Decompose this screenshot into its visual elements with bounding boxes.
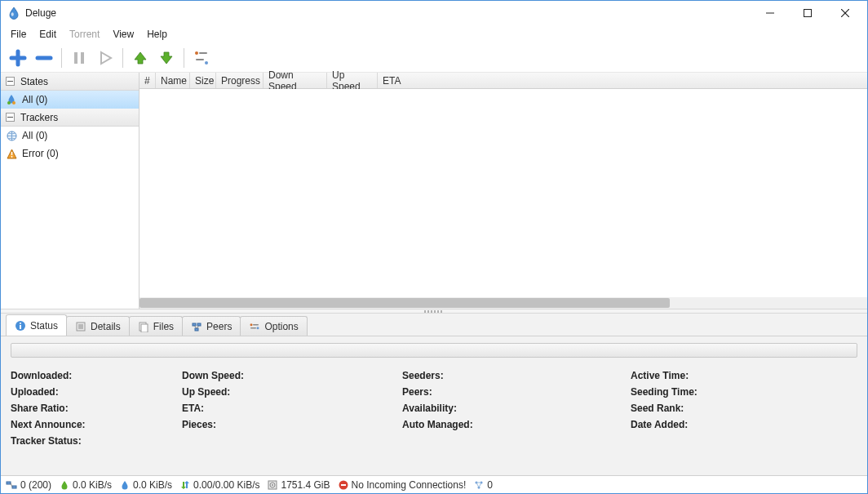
sidebar-item-error-trackers[interactable]: Error (0): [1, 145, 139, 162]
files-icon: [138, 321, 149, 332]
svg-point-18: [12, 101, 16, 105]
tab-details[interactable]: Details: [66, 316, 130, 336]
label-peers: Peers:: [402, 384, 631, 400]
peers-icon: [191, 321, 202, 332]
tab-label: Details: [91, 321, 121, 332]
sidebar-group-trackers[interactable]: Trackers: [1, 109, 139, 127]
globe-icon: [6, 130, 17, 141]
column-name[interactable]: Name: [156, 73, 190, 88]
svg-point-24: [11, 156, 12, 158]
preferences-button[interactable]: [189, 46, 214, 70]
status-dht[interactable]: 0: [474, 479, 493, 491]
column-progress[interactable]: Progress: [216, 73, 264, 88]
queue-down-button[interactable]: [154, 46, 179, 70]
column-headers: # Name Size Progress Down Speed Up Speed…: [140, 73, 867, 89]
label-next-announce: Next Announce:: [11, 416, 182, 433]
status-text: 0 (200): [20, 479, 51, 491]
main-area: States All (0) Trackers All (0) Error (0…: [1, 73, 867, 309]
label-auto-managed: Auto Managed:: [402, 416, 631, 433]
menu-file[interactable]: File: [6, 27, 31, 42]
label-availability: Availability:: [402, 400, 631, 416]
svg-rect-12: [199, 52, 207, 54]
add-torrent-button[interactable]: [6, 46, 30, 70]
details-icon: [75, 321, 86, 332]
label-date-added: Date Added:: [631, 416, 857, 433]
label-down-speed: Down Speed:: [182, 367, 402, 384]
status-health-warning[interactable]: No Incoming Connections!: [339, 479, 467, 491]
traffic-icon: [180, 480, 190, 490]
svg-point-17: [7, 101, 11, 105]
label-pieces: Pieces:: [182, 416, 402, 433]
column-size[interactable]: Size: [190, 73, 216, 88]
remove-torrent-button[interactable]: [32, 46, 56, 70]
status-protocol-traffic[interactable]: 0.00/0.00 KiB/s: [180, 479, 259, 491]
status-text: 0.0 KiB/s: [73, 479, 112, 491]
svg-point-41: [250, 323, 253, 326]
svg-line-45: [11, 483, 12, 487]
menu-torrent[interactable]: Torrent: [64, 27, 104, 42]
sidebar: States All (0) Trackers All (0) Error (0…: [1, 73, 140, 309]
label-tracker-status: Tracker Status:: [11, 433, 182, 449]
sidebar-item-all-trackers[interactable]: All (0): [1, 127, 139, 145]
svg-rect-11: [196, 59, 204, 60]
toolbar-separator: [122, 48, 123, 68]
queue-up-button[interactable]: [128, 46, 153, 70]
tab-label: Peers: [206, 321, 232, 332]
sidebar-item-all-states[interactable]: All (0): [1, 91, 139, 109]
tab-status[interactable]: Status: [6, 314, 67, 336]
menu-edit[interactable]: Edit: [34, 27, 61, 42]
svg-rect-43: [7, 482, 11, 484]
horizontal-scrollbar[interactable]: [140, 297, 867, 309]
menu-help[interactable]: Help: [142, 27, 172, 42]
menu-view[interactable]: View: [108, 27, 139, 42]
status-text: 0: [487, 479, 493, 491]
scrollbar-thumb[interactable]: [140, 298, 670, 308]
svg-rect-34: [193, 323, 196, 326]
maximize-button[interactable]: [789, 2, 826, 24]
column-up-speed[interactable]: Up Speed: [327, 73, 378, 88]
column-number[interactable]: #: [140, 73, 156, 88]
resume-button[interactable]: [93, 46, 117, 70]
pane-splitter[interactable]: [1, 309, 867, 314]
label-active-time: Active Time:: [631, 367, 857, 384]
torrent-list-body[interactable]: [140, 89, 867, 297]
status-upload-rate[interactable]: 0.0 KiB/s: [120, 479, 172, 491]
pause-button[interactable]: [67, 46, 91, 70]
label-eta: ETA:: [182, 400, 402, 416]
label-share-ratio: Share Ratio:: [11, 400, 182, 416]
progress-bar: [11, 343, 857, 358]
sidebar-group-states[interactable]: States: [1, 73, 139, 91]
minimize-button[interactable]: [751, 2, 789, 24]
label-uploaded: Uploaded:: [11, 384, 182, 400]
status-connections[interactable]: 0 (200): [6, 479, 51, 491]
sidebar-group-label: Trackers: [20, 112, 58, 123]
tab-files[interactable]: Files: [129, 316, 183, 336]
label-up-speed: Up Speed:: [182, 384, 402, 400]
column-down-speed[interactable]: Down Speed: [264, 73, 327, 88]
svg-rect-44: [12, 486, 16, 488]
statusbar: 0 (200) 0.0 KiB/s 0.0 KiB/s 0.00/0.00 Ki…: [1, 475, 867, 493]
menubar: File Edit Torrent View Help: [1, 25, 867, 43]
status-download-rate[interactable]: 0.0 KiB/s: [60, 479, 112, 491]
status-pane: Downloaded: Uploaded: Share Ratio: Next …: [1, 336, 867, 475]
svg-rect-33: [141, 324, 148, 332]
sidebar-item-label: All (0): [22, 130, 47, 141]
svg-point-0: [11, 12, 14, 16]
svg-point-14: [205, 61, 208, 65]
svg-point-42: [257, 327, 259, 329]
tab-peers[interactable]: Peers: [182, 316, 241, 336]
svg-rect-36: [195, 328, 198, 331]
down-drop-icon: [60, 480, 69, 490]
toolbar: [1, 43, 867, 73]
svg-rect-26: [20, 325, 21, 329]
titlebar: Deluge: [1, 1, 867, 25]
status-disk-space[interactable]: 1751.4 GiB: [268, 479, 330, 491]
svg-marker-10: [101, 52, 111, 64]
svg-rect-35: [197, 323, 201, 326]
tab-options[interactable]: Options: [240, 316, 307, 336]
column-eta[interactable]: ETA: [378, 73, 867, 88]
svg-rect-39: [250, 327, 256, 329]
close-button[interactable]: [826, 2, 864, 24]
all-icon: [6, 94, 17, 105]
info-icon: [15, 320, 26, 332]
